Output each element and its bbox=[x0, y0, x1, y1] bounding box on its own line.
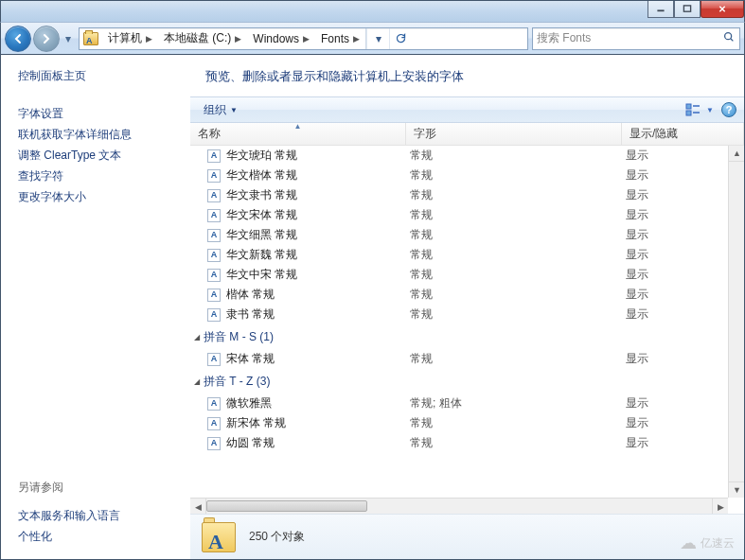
scroll-right-button[interactable]: ▶ bbox=[712, 499, 728, 514]
font-file-icon: A bbox=[207, 353, 221, 366]
view-options-button[interactable] bbox=[683, 101, 704, 118]
search-icon bbox=[722, 30, 736, 46]
page-heading: 预览、删除或者显示和隐藏计算机上安装的字体 bbox=[190, 55, 744, 96]
font-row[interactable]: A楷体 常规常规显示 bbox=[190, 285, 744, 305]
column-name[interactable]: ▲名称 bbox=[190, 123, 406, 145]
back-button[interactable] bbox=[5, 26, 31, 52]
sort-indicator-icon: ▲ bbox=[294, 122, 302, 131]
collapse-icon: ◢ bbox=[194, 333, 200, 341]
toolbar: 组织▼ ▼ ? bbox=[190, 96, 744, 123]
scroll-up-button[interactable]: ▲ bbox=[729, 146, 744, 162]
status-bar: A 250 个对象 bbox=[190, 514, 744, 559]
font-row[interactable]: A微软雅黑常规; 粗体显示 bbox=[190, 394, 744, 413]
font-file-icon: A bbox=[207, 189, 221, 202]
font-file-icon: A bbox=[207, 289, 221, 302]
sidebar-link[interactable]: 更改字体大小 bbox=[18, 189, 181, 205]
navigation-bar: ▾ A 计算机▶本地磁盘 (C:)▶Windows▶Fonts▶ ▾ 搜索 Fo… bbox=[0, 22, 745, 55]
search-input[interactable]: 搜索 Fonts bbox=[532, 27, 740, 50]
scroll-down-button[interactable]: ▼ bbox=[729, 481, 744, 498]
breadcrumb-segment[interactable]: Fonts▶ bbox=[315, 28, 365, 49]
font-row[interactable]: A新宋体 常规常规显示 bbox=[190, 413, 744, 433]
font-file-icon: A bbox=[207, 397, 221, 411]
font-row[interactable]: A华文琥珀 常规常规显示 bbox=[190, 146, 744, 166]
history-dropdown[interactable]: ▾ bbox=[62, 29, 75, 48]
sidebar-link[interactable]: 联机获取字体详细信息 bbox=[18, 127, 181, 143]
chevron-right-icon: ▶ bbox=[303, 34, 310, 44]
font-row[interactable]: A幼圆 常规常规显示 bbox=[190, 433, 744, 453]
breadcrumb-segment[interactable]: 本地磁盘 (C:)▶ bbox=[158, 28, 247, 49]
location-icon: A bbox=[81, 29, 100, 48]
sidebar-title: 控制面板主页 bbox=[18, 68, 181, 84]
cloud-icon: ☁ bbox=[680, 533, 697, 553]
font-file-icon: A bbox=[207, 169, 221, 183]
organize-button[interactable]: 组织▼ bbox=[198, 100, 243, 120]
breadcrumb-segment[interactable]: 计算机▶ bbox=[102, 28, 158, 49]
titlebar bbox=[0, 0, 745, 22]
font-file-icon: A bbox=[207, 149, 221, 163]
column-style[interactable]: 字形 bbox=[406, 123, 622, 145]
svg-rect-3 bbox=[686, 104, 691, 109]
svg-rect-0 bbox=[657, 9, 664, 11]
svg-point-2 bbox=[725, 33, 732, 40]
folder-icon: A bbox=[202, 522, 236, 552]
column-show[interactable]: 显示/隐藏 bbox=[622, 123, 744, 145]
group-header[interactable]: ◢拼音 T - Z (3) bbox=[190, 369, 744, 394]
font-row[interactable]: A宋体 常规常规显示 bbox=[190, 349, 744, 369]
sidebar: 控制面板主页 字体设置联机获取字体详细信息调整 ClearType 文本查找字符… bbox=[1, 55, 190, 559]
main-panel: 预览、删除或者显示和隐藏计算机上安装的字体 组织▼ ▼ ? ▲名称 字形 显示/… bbox=[190, 55, 744, 559]
chevron-right-icon: ▶ bbox=[146, 34, 152, 44]
chevron-right-icon: ▶ bbox=[353, 34, 360, 44]
column-headers: ▲名称 字形 显示/隐藏 bbox=[190, 123, 744, 146]
maximize-button[interactable] bbox=[674, 1, 701, 18]
font-row[interactable]: A华文隶书 常规常规显示 bbox=[190, 185, 744, 205]
minimize-button[interactable] bbox=[647, 1, 674, 18]
font-row[interactable]: A隶书 常规常规显示 bbox=[190, 305, 744, 324]
watermark: ☁ 亿速云 bbox=[680, 533, 735, 553]
font-list[interactable]: A华文琥珀 常规常规显示A华文楷体 常规常规显示A华文隶书 常规常规显示A华文宋… bbox=[190, 146, 744, 514]
font-row[interactable]: A华文新魏 常规常规显示 bbox=[190, 245, 744, 265]
sidebar-link[interactable]: 字体设置 bbox=[18, 106, 181, 122]
font-row[interactable]: A华文中宋 常规常规显示 bbox=[190, 265, 744, 285]
font-file-icon: A bbox=[207, 249, 221, 262]
font-file-icon: A bbox=[207, 229, 221, 242]
see-also-link[interactable]: 文本服务和输入语言 bbox=[18, 508, 181, 524]
address-bar[interactable]: A 计算机▶本地磁盘 (C:)▶Windows▶Fonts▶ ▾ bbox=[79, 27, 528, 50]
font-file-icon: A bbox=[207, 417, 221, 430]
horizontal-scrollbar[interactable]: ◀ ▶ bbox=[190, 498, 728, 514]
font-row[interactable]: A华文宋体 常规常规显示 bbox=[190, 205, 744, 225]
svg-rect-4 bbox=[686, 111, 691, 115]
address-dropdown[interactable]: ▾ bbox=[366, 28, 389, 49]
group-header[interactable]: ◢拼音 M - S (1) bbox=[190, 324, 744, 349]
sidebar-link[interactable]: 查找字符 bbox=[18, 168, 181, 184]
font-file-icon: A bbox=[207, 209, 221, 222]
search-placeholder: 搜索 Fonts bbox=[537, 30, 591, 46]
forward-button[interactable] bbox=[33, 26, 60, 52]
vertical-scrollbar[interactable]: ▲ ▼ bbox=[728, 146, 744, 498]
sidebar-link[interactable]: 调整 ClearType 文本 bbox=[18, 148, 181, 164]
font-file-icon: A bbox=[207, 308, 221, 322]
breadcrumb-segment[interactable]: Windows▶ bbox=[247, 28, 315, 49]
see-also-link[interactable]: 个性化 bbox=[18, 529, 181, 545]
view-dropdown[interactable]: ▼ bbox=[706, 106, 714, 114]
font-file-icon: A bbox=[207, 269, 221, 282]
collapse-icon: ◢ bbox=[194, 377, 200, 386]
font-row[interactable]: A华文细黑 常规常规显示 bbox=[190, 225, 744, 245]
scrollbar-thumb[interactable] bbox=[206, 500, 367, 512]
see-also-label: 另请参阅 bbox=[18, 480, 181, 496]
chevron-right-icon: ▶ bbox=[235, 34, 241, 44]
status-text: 250 个对象 bbox=[249, 529, 305, 545]
help-button[interactable]: ? bbox=[721, 102, 736, 117]
scroll-left-button[interactable]: ◀ bbox=[190, 499, 206, 514]
font-file-icon: A bbox=[207, 437, 221, 450]
close-button[interactable] bbox=[701, 1, 744, 18]
svg-rect-1 bbox=[683, 6, 690, 11]
chevron-down-icon: ▼ bbox=[230, 106, 238, 114]
refresh-button[interactable] bbox=[389, 28, 412, 49]
font-row[interactable]: A华文楷体 常规常规显示 bbox=[190, 166, 744, 185]
